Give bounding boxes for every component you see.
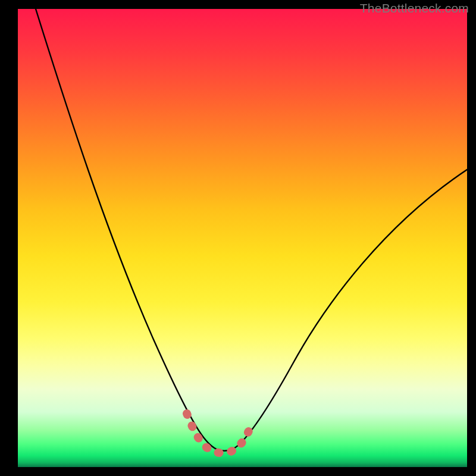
bottleneck-curve [36, 9, 467, 451]
optimal-zone-marker [187, 414, 251, 453]
bottleneck-curve-svg [18, 9, 467, 467]
watermark-text: TheBottleneck.com [360, 1, 469, 15]
plot-area [18, 9, 467, 467]
stage: TheBottleneck.com [0, 0, 476, 476]
